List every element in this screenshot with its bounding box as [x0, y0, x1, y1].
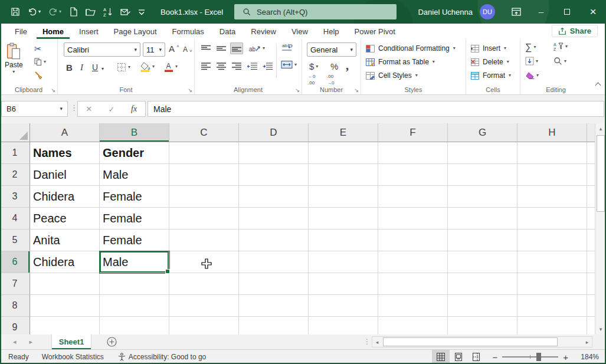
cell-E7[interactable] [309, 273, 378, 295]
cell-H7[interactable] [517, 273, 587, 295]
cell-D4[interactable] [239, 208, 309, 229]
fill-button[interactable] [525, 57, 538, 65]
cell-H4[interactable] [517, 208, 587, 229]
insert-cells-button[interactable]: Insert [471, 42, 506, 55]
next-sheet-icon[interactable] [30, 338, 33, 346]
wrap-text-button[interactable]: abc [282, 42, 293, 52]
find-and-select-button[interactable] [553, 57, 566, 65]
top-align-button[interactable] [199, 42, 212, 54]
undo-dropdown-icon[interactable] [38, 9, 41, 14]
bold-button[interactable]: B [66, 63, 73, 73]
accessibility-checker-button[interactable]: Accessibility: Good to go [118, 353, 206, 361]
cell-F5[interactable] [378, 229, 448, 251]
scroll-left-icon[interactable] [372, 339, 382, 345]
cell-G3[interactable] [448, 186, 517, 208]
font-color-dropdown-icon[interactable] [175, 64, 178, 69]
cell-F3[interactable] [378, 186, 448, 208]
cell-B9[interactable] [100, 317, 169, 335]
row-header-4[interactable]: 4 [0, 208, 30, 229]
increase-font-size-button[interactable]: A˄ [169, 44, 179, 54]
column-header-b[interactable]: B [100, 123, 169, 142]
search-box[interactable]: Search (Alt+Q) [234, 4, 397, 19]
cell-E5[interactable] [309, 229, 378, 251]
name-box-dropdown-icon[interactable] [60, 106, 63, 112]
share-button[interactable]: Share [552, 25, 598, 37]
close-button[interactable] [580, 0, 606, 24]
autosum-button[interactable]: ∑ [525, 42, 536, 53]
page-break-preview-button[interactable] [467, 350, 485, 364]
cell-A6[interactable]: Chidera [30, 251, 100, 273]
workbook-statistics-button[interactable]: Workbook Statistics [42, 353, 104, 361]
increase-decimal-button[interactable]: ←0.00 [308, 74, 315, 86]
tab-data[interactable]: Data [214, 24, 241, 39]
cell-A8[interactable] [30, 295, 100, 317]
cell-D2[interactable] [239, 164, 309, 186]
undo-button[interactable] [28, 7, 41, 17]
cell-C5[interactable] [169, 229, 239, 251]
cell-styles-button[interactable]: Cell Styles [366, 69, 418, 82]
font-family-combo[interactable]: Calibri [64, 42, 140, 57]
row-header-7[interactable]: 7 [0, 273, 30, 295]
font-size-combo[interactable]: 11 [143, 42, 165, 57]
account-name[interactable]: Daniel Uchenna [418, 8, 473, 17]
cell-A1[interactable]: Names [30, 142, 100, 164]
cell-D6[interactable] [239, 251, 309, 273]
cell-H3[interactable] [517, 186, 587, 208]
scroll-right-icon[interactable] [582, 339, 592, 345]
column-header-e[interactable]: E [309, 123, 378, 142]
italic-button[interactable]: I [80, 63, 83, 73]
cell-B4[interactable]: Female [100, 208, 169, 229]
tab-file[interactable]: File [9, 24, 33, 39]
format-painter-button[interactable] [34, 71, 43, 80]
borders-button[interactable] [117, 63, 130, 72]
normal-view-button[interactable] [432, 350, 450, 364]
cell-B8[interactable] [100, 295, 169, 317]
zoom-slider-thumb[interactable] [536, 353, 541, 361]
cell-G5[interactable] [448, 229, 517, 251]
row-header-1[interactable]: 1 [0, 142, 30, 164]
orientation-dropdown-icon[interactable] [263, 46, 265, 51]
cell-A2[interactable]: Daniel [30, 164, 100, 186]
tab-help[interactable]: Help [317, 24, 345, 39]
tab-page-layout[interactable]: Page Layout [108, 24, 163, 39]
cell-C8[interactable] [169, 295, 239, 317]
fill-color-dropdown-icon[interactable] [152, 64, 155, 69]
cell-E9[interactable] [309, 317, 378, 335]
cell-C2[interactable] [169, 164, 239, 186]
tab-home[interactable]: Home [37, 24, 70, 39]
enter-icon[interactable] [108, 104, 114, 114]
cell-F9[interactable] [378, 317, 448, 335]
cell-H8[interactable] [517, 295, 587, 317]
collapse-ribbon-button[interactable] [596, 79, 600, 90]
sheet-tab-sheet1[interactable]: Sheet1 [51, 335, 91, 349]
increase-indent-button[interactable] [261, 60, 274, 72]
tab-power-pivot[interactable]: Power Pivot [349, 24, 401, 39]
underline-button[interactable]: U [92, 63, 98, 72]
merge-and-center-button[interactable] [281, 60, 297, 69]
cell-F8[interactable] [378, 295, 448, 317]
paste-dropdown-icon[interactable] [12, 70, 15, 74]
row-header-6[interactable]: 6 [0, 251, 30, 273]
open-folder-icon[interactable] [86, 8, 96, 17]
cell-C9[interactable] [169, 317, 239, 335]
cell-F6[interactable] [378, 251, 448, 273]
cell-H2[interactable] [517, 164, 587, 186]
column-header-f[interactable]: F [378, 123, 448, 142]
cell-A5[interactable]: Anita [30, 229, 100, 251]
cell-A7[interactable] [30, 273, 100, 295]
cell-F7[interactable] [378, 273, 448, 295]
customize-quick-access-toolbar-icon[interactable] [138, 8, 145, 15]
cell-G9[interactable] [448, 317, 517, 335]
tab-formulas[interactable]: Formulas [166, 24, 210, 39]
cell-C4[interactable] [169, 208, 239, 229]
cell-G2[interactable] [448, 164, 517, 186]
maximize-button[interactable] [554, 0, 580, 24]
clear-dropdown-icon[interactable] [536, 73, 539, 78]
decrease-indent-button[interactable] [245, 60, 258, 72]
horizontal-scrollbar[interactable] [372, 336, 592, 347]
sort-and-filter-dropdown-icon[interactable] [565, 44, 568, 49]
avatar[interactable]: DU [480, 4, 495, 19]
cell-C1[interactable] [169, 142, 239, 164]
cell-B1[interactable]: Gender [100, 142, 169, 164]
clipboard-dialog-launcher[interactable] [51, 87, 55, 93]
